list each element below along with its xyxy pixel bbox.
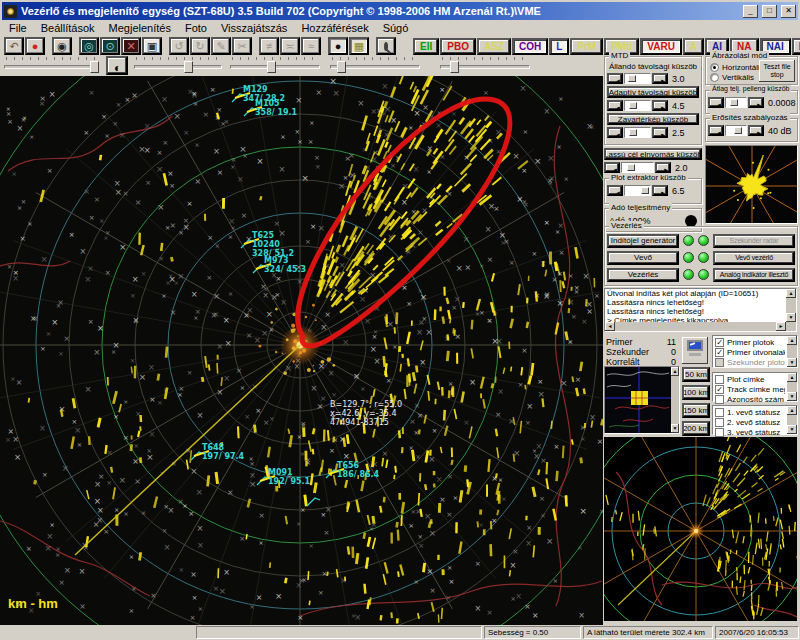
control-left-button-0[interactable]: Indítójel generátor	[607, 234, 679, 248]
arrow-left-icon[interactable]: ◄	[708, 97, 724, 108]
const-range-threshold-slider[interactable]: ◄►3.0	[607, 72, 699, 85]
video-slider-5[interactable]	[440, 56, 530, 76]
slider-thumb[interactable]	[90, 61, 99, 73]
scroll-down-icon[interactable]: ▼	[786, 313, 796, 322]
scroll-up-icon[interactable]: ▲	[671, 367, 679, 376]
camera-icon[interactable]: ◉	[52, 37, 72, 55]
scroll-down-icon[interactable]: ▼	[787, 425, 797, 434]
rotate-left-icon[interactable]: ↺	[169, 37, 189, 55]
route-edit-icon[interactable]: ✎	[211, 37, 231, 55]
slider-thumb[interactable]	[450, 61, 459, 73]
checkbox-box[interactable]	[715, 395, 724, 404]
radio-horizontal-dot[interactable]	[710, 63, 719, 72]
slider-thumb[interactable]	[734, 127, 742, 134]
mode-button-prm[interactable]: PrM	[570, 38, 603, 55]
video-slider-3[interactable]	[230, 56, 320, 76]
arrow-left-icon[interactable]: ◄	[607, 73, 623, 84]
checkbox-plot-c-mke[interactable]: Plot címke	[715, 374, 785, 384]
minimize-button[interactable]: _	[743, 5, 758, 18]
arrow-left-icon[interactable]: ◄	[604, 162, 620, 173]
slider-track[interactable]	[624, 185, 651, 196]
log-hscrollbar[interactable]: ◄ ►	[605, 322, 786, 331]
slider-track[interactable]	[621, 162, 654, 173]
slider-thumb[interactable]	[629, 129, 637, 136]
adaptive-range-threshold-slider[interactable]: ◄►4.5	[607, 99, 699, 112]
slider-track[interactable]	[624, 73, 651, 84]
range-button-50km[interactable]: 50 km	[682, 367, 710, 382]
menu-item-foto[interactable]: Foto	[178, 21, 214, 35]
list-scrollbar[interactable]: ▲▼	[787, 373, 797, 401]
scroll-down-icon[interactable]: ▼	[671, 424, 679, 433]
window-icon[interactable]: ▣	[142, 37, 162, 55]
ppi-icon[interactable]: ●	[328, 37, 348, 55]
checkbox-box[interactable]: ✓	[715, 348, 724, 357]
checkbox-box[interactable]: ✓	[715, 338, 724, 347]
checkbox-azonos-t-sz-m[interactable]: Azonosító szám	[715, 394, 785, 404]
plot-extractor-threshold-slider[interactable]: ◄►6.5	[607, 184, 699, 197]
scroll-down-icon[interactable]: ▼	[787, 392, 797, 401]
mode-button-asz[interactable]: ASZ	[477, 38, 511, 55]
mode-button-l[interactable]: L	[549, 38, 569, 55]
video-slider-2[interactable]	[134, 56, 222, 76]
mini-radar-display[interactable]	[604, 437, 797, 621]
menu-item-visszajátszás[interactable]: Visszajátszás	[214, 21, 294, 35]
record-icon[interactable]: ●	[25, 37, 45, 55]
scroll-up-icon[interactable]: ▲	[787, 406, 797, 415]
checkbox-box[interactable]	[715, 408, 724, 417]
control-right-button-1[interactable]: Vevő vezérlő	[713, 251, 795, 265]
slider-thumb[interactable]	[641, 187, 649, 194]
slider-track[interactable]	[624, 127, 651, 138]
route-cut-icon[interactable]: ✂	[232, 37, 252, 55]
arrow-right-icon[interactable]: ►	[652, 100, 668, 111]
arrow-right-icon[interactable]: ►	[652, 127, 668, 138]
mode-button-eii[interactable]: EII	[413, 38, 439, 55]
cluttermap-threshold-button[interactable]: Zavartérkép küszöb	[607, 113, 699, 125]
slider-thumb[interactable]	[628, 75, 636, 82]
checkbox-3-vev-st-tusz[interactable]: 3. vevő státusz	[715, 427, 785, 437]
video-slider-4[interactable]	[330, 56, 420, 76]
scroll-up-icon[interactable]: ▲	[786, 289, 796, 298]
mode-button-coh[interactable]: COH	[512, 38, 548, 55]
magnifier-icon[interactable]	[376, 37, 396, 55]
range-button-150km[interactable]: 150 km	[682, 403, 710, 418]
grid-icon[interactable]: ▦	[349, 37, 369, 55]
map-scrollbar[interactable]: ▲ ▼	[671, 367, 679, 433]
arrow-right-icon[interactable]: ►	[655, 162, 671, 173]
checkbox-primer-tvonalak[interactable]: ✓Primer útvonalak	[715, 347, 785, 357]
radar-display[interactable]: ××××××××××××××××××××××××××××××××××××××××…	[0, 76, 603, 625]
radar-scope[interactable]: ××××××××××××××××××××××××××××××××××××××××…	[0, 76, 603, 625]
scroll-right-icon[interactable]: ►	[776, 322, 786, 331]
slider-track[interactable]	[725, 125, 747, 136]
event-log[interactable]: Útvonal indítás két plot alapján (ID=106…	[604, 288, 797, 332]
avg-power-threshold-slider[interactable]: ◄►0.0008	[708, 96, 795, 109]
video-slider-0[interactable]	[4, 56, 98, 76]
range-button-100km[interactable]: 100 km	[682, 385, 710, 400]
slider-thumb[interactable]	[629, 102, 637, 109]
scope-a-icon[interactable]: ◎	[79, 37, 99, 55]
map-overview[interactable]: ▲ ▼	[604, 366, 680, 434]
list-scrollbar[interactable]: ▲▼	[787, 336, 797, 367]
checkbox-primer-plotok[interactable]: ✓Primer plotok	[715, 337, 785, 347]
menu-item-beállítások[interactable]: Beállítások	[34, 21, 102, 35]
menu-item-hozzáférések[interactable]: Hozzáférések	[294, 21, 375, 35]
checkbox-box[interactable]	[715, 428, 724, 437]
adaptive-range-threshold-button[interactable]: Adaptív távolsági küszöb	[607, 86, 699, 98]
slider-thumb[interactable]	[267, 61, 276, 73]
menu-item-file[interactable]: File	[2, 21, 34, 35]
slider-track[interactable]	[725, 97, 747, 108]
menu-item-megjelenítés[interactable]: Megjelenítés	[102, 21, 178, 35]
checkbox-box[interactable]	[715, 418, 724, 427]
arrow-right-icon[interactable]: ►	[652, 73, 668, 84]
checkbox-2-vev-st-tusz[interactable]: 2. vevő státusz	[715, 417, 785, 427]
arrow-left-icon[interactable]: ◄	[708, 125, 724, 136]
track-split-icon[interactable]: ≠	[259, 37, 279, 55]
slider-thumb[interactable]	[184, 61, 193, 73]
checkbox-szekunder-plotok[interactable]: Szekunder plotok	[715, 357, 785, 367]
arrow-right-icon[interactable]: ►	[748, 97, 764, 108]
menu-item-súgó[interactable]: Súgó	[376, 21, 416, 35]
slider-track[interactable]	[624, 100, 651, 111]
checkbox-box[interactable]	[715, 358, 724, 367]
track-link-icon[interactable]: ≈	[301, 37, 321, 55]
clear-icon[interactable]: ✕	[121, 37, 141, 55]
arrow-left-icon[interactable]: ◄	[607, 100, 623, 111]
